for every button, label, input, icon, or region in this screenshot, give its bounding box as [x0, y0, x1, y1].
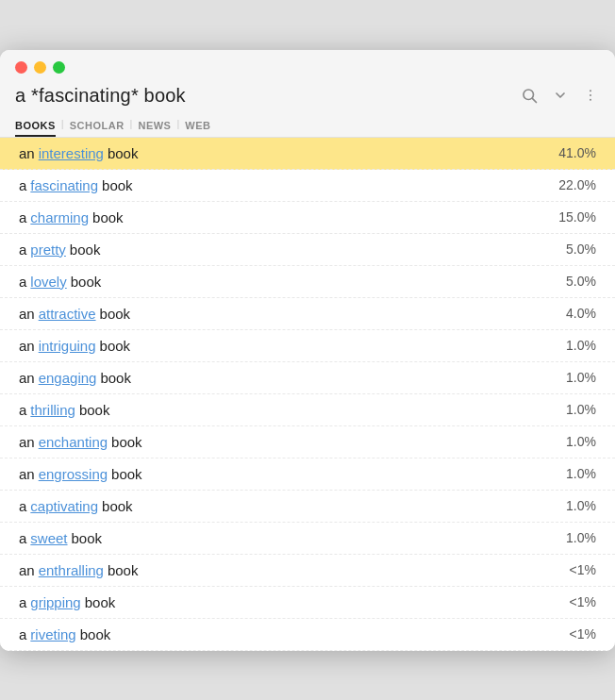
tab-news[interactable]: NEWS [138, 116, 171, 137]
search-bar: a *fascinating* book [15, 83, 600, 116]
result-keyword[interactable]: engrossing [39, 466, 108, 482]
result-left: a charming book [19, 209, 124, 225]
tab-web[interactable]: WEB [185, 116, 210, 137]
result-row: a gripping book<1% [0, 587, 615, 619]
result-article: a [19, 530, 26, 546]
result-left: a fascinating book [19, 177, 133, 193]
result-noun: book [108, 145, 139, 161]
result-keyword[interactable]: charming [30, 209, 89, 225]
chevron-down-icon [553, 88, 568, 103]
result-keyword[interactable]: riveting [30, 626, 75, 642]
result-noun: book [72, 530, 103, 546]
result-noun: book [108, 562, 139, 578]
result-left: a captivating book [19, 498, 133, 514]
result-row: a charming book15.0% [0, 202, 615, 234]
tabs-bar: BOOKS | SCHOLAR | NEWS | WEB [15, 116, 600, 137]
result-article: an [19, 466, 35, 482]
result-percentage: 5.0% [549, 242, 596, 257]
result-article: a [19, 594, 26, 610]
more-options-button[interactable] [581, 86, 600, 105]
close-button[interactable] [15, 61, 27, 74]
result-keyword[interactable]: gripping [30, 594, 80, 610]
result-article: a [19, 209, 26, 225]
tab-books[interactable]: BOOKS [15, 116, 56, 137]
result-percentage: 22.0% [549, 177, 596, 192]
result-article: an [19, 338, 35, 354]
result-row: an interesting book41.0% [0, 138, 615, 170]
result-row: a sweet book1.0% [0, 523, 615, 555]
result-article: an [19, 562, 35, 578]
search-query: a *fascinating* book [15, 85, 186, 107]
result-row: an enthralling book<1% [0, 555, 615, 587]
maximize-button[interactable] [53, 61, 65, 74]
result-row: an attractive book4.0% [0, 298, 615, 330]
search-icon-button[interactable] [519, 85, 540, 106]
result-percentage: 1.0% [549, 498, 596, 513]
result-article: an [19, 306, 35, 322]
result-left: an enthralling book [19, 562, 138, 578]
result-keyword[interactable]: enthralling [39, 562, 104, 578]
result-keyword[interactable]: enchanting [39, 434, 108, 450]
result-left: an engrossing book [19, 466, 142, 482]
result-percentage: 1.0% [549, 434, 596, 449]
result-noun: book [102, 498, 133, 514]
result-row: a thrilling book1.0% [0, 394, 615, 426]
result-row: a riveting book<1% [0, 619, 615, 651]
result-keyword[interactable]: pretty [30, 242, 66, 258]
result-keyword[interactable]: engaging [39, 370, 97, 386]
result-left: a gripping book [19, 594, 115, 610]
result-keyword[interactable]: sweet [30, 530, 67, 546]
result-left: an attractive book [19, 306, 130, 322]
svg-point-3 [590, 94, 591, 96]
traffic-lights [15, 61, 600, 74]
result-article: a [19, 242, 26, 258]
result-row: a pretty book5.0% [0, 234, 615, 266]
result-row: a fascinating book22.0% [0, 170, 615, 202]
result-noun: book [102, 177, 133, 193]
result-noun: book [80, 626, 111, 642]
result-keyword[interactable]: thrilling [30, 402, 75, 418]
result-left: a pretty book [19, 242, 100, 258]
result-left: a riveting book [19, 626, 110, 642]
result-percentage: <1% [549, 626, 596, 642]
app-window: a *fascinating* book [0, 50, 615, 651]
tab-scholar[interactable]: SCHOLAR [70, 116, 125, 137]
result-percentage: 41.0% [549, 145, 596, 160]
result-keyword[interactable]: captivating [30, 498, 98, 514]
result-noun: book [100, 370, 131, 386]
result-noun: book [70, 242, 101, 258]
result-article: an [19, 370, 35, 386]
result-keyword[interactable]: lovely [30, 274, 66, 290]
result-keyword[interactable]: fascinating [30, 177, 98, 193]
result-article: an [19, 145, 35, 161]
result-keyword[interactable]: interesting [39, 145, 104, 161]
result-percentage: 1.0% [549, 338, 596, 353]
result-keyword[interactable]: attractive [39, 306, 96, 322]
result-noun: book [100, 338, 131, 354]
result-percentage: 4.0% [549, 306, 596, 321]
result-noun: book [92, 209, 124, 225]
result-article: a [19, 177, 26, 193]
result-percentage: <1% [549, 562, 596, 577]
svg-point-4 [590, 99, 591, 101]
result-left: a lovely book [19, 274, 101, 290]
result-percentage: <1% [549, 594, 596, 609]
result-noun: book [111, 466, 142, 482]
result-percentage: 1.0% [549, 370, 596, 385]
titlebar: a *fascinating* book [0, 50, 615, 138]
result-keyword[interactable]: intriguing [39, 338, 96, 354]
result-percentage: 15.0% [549, 209, 596, 225]
result-noun: book [100, 306, 131, 322]
result-article: a [19, 498, 26, 514]
result-row: an engrossing book1.0% [0, 458, 615, 491]
result-percentage: 5.0% [549, 274, 596, 289]
result-article: a [19, 402, 26, 418]
result-percentage: 1.0% [549, 402, 596, 417]
result-noun: book [111, 434, 142, 450]
chevron-down-button[interactable] [551, 86, 570, 105]
search-icon [521, 87, 538, 104]
result-row: a lovely book5.0% [0, 266, 615, 298]
result-row: an intriguing book1.0% [0, 330, 615, 362]
minimize-button[interactable] [34, 61, 46, 74]
results-list: an interesting book41.0%a fascinating bo… [0, 138, 615, 651]
